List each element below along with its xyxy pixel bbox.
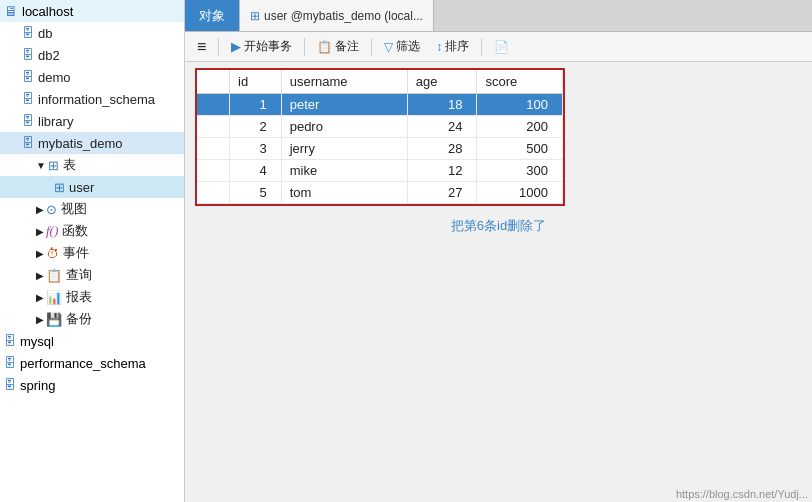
sidebar-label-information-schema: information_schema <box>38 92 155 107</box>
divider-2 <box>304 38 305 56</box>
cell-age: 18 <box>407 94 477 116</box>
row-indicator: ▶ <box>197 94 230 116</box>
data-table: id username age score ▶1peter181002pedro… <box>197 70 563 204</box>
tab-objects[interactable]: 对象 <box>185 0 240 31</box>
database-icon-spring: 🗄 <box>4 378 16 392</box>
sidebar-label-mybatis-demo: mybatis_demo <box>38 136 123 151</box>
col-header-username: username <box>281 70 407 94</box>
sidebar-label-funcs: 函数 <box>62 222 88 240</box>
backup-icon: 💾 <box>46 312 62 327</box>
query-icon: 📋 <box>46 268 62 283</box>
database-icon-perf: 🗄 <box>4 356 16 370</box>
sidebar-item-views[interactable]: ▶ ⊙ 视图 <box>0 198 184 220</box>
database-icon-3: 🗄 <box>22 70 34 84</box>
sidebar-item-perf-schema[interactable]: 🗄 performance_schema <box>0 352 184 374</box>
table-row[interactable]: 5tom271000 <box>197 182 563 204</box>
row-indicator <box>197 160 230 182</box>
extra-icon: 📄 <box>494 40 509 54</box>
row-indicator-header <box>197 70 230 94</box>
cell-id: 4 <box>230 160 282 182</box>
sidebar-label-library: library <box>38 114 73 129</box>
table-row[interactable]: 4mike12300 <box>197 160 563 182</box>
divider-3 <box>371 38 372 56</box>
sidebar-item-reports[interactable]: ▶ 📊 报表 <box>0 286 184 308</box>
sidebar-label-demo: demo <box>38 70 71 85</box>
sidebar-item-tables-group[interactable]: ▼ ⊞ 表 <box>0 154 184 176</box>
backup-label: 备注 <box>335 38 359 55</box>
sidebar-item-funcs[interactable]: ▶ f() 函数 <box>0 220 184 242</box>
menu-button[interactable]: ≡ <box>191 36 212 58</box>
cell-username: peter <box>281 94 407 116</box>
cell-id: 3 <box>230 138 282 160</box>
transaction-icon: ▶ <box>231 39 241 54</box>
col-header-age: age <box>407 70 477 94</box>
row-indicator <box>197 138 230 160</box>
arrow-indicator: ▶ <box>205 97 215 112</box>
cell-score: 300 <box>477 160 563 182</box>
cell-username: pedro <box>281 116 407 138</box>
main-area: 对象 ⊞ user @mybatis_demo (local... ≡ ▶ 开始… <box>185 0 812 502</box>
sidebar-label-perf-schema: performance_schema <box>20 356 146 371</box>
backup-button[interactable]: 📋 备注 <box>311 36 365 57</box>
cell-username: mike <box>281 160 407 182</box>
database-active-icon: 🗄 <box>22 136 34 150</box>
sidebar-item-mysql[interactable]: 🗄 mysql <box>0 330 184 352</box>
sidebar-item-spring[interactable]: 🗄 spring <box>0 374 184 396</box>
cell-score: 1000 <box>477 182 563 204</box>
cell-age: 28 <box>407 138 477 160</box>
sidebar-item-db2[interactable]: 🗄 db2 <box>0 44 184 66</box>
filter-button[interactable]: ▽ 筛选 <box>378 36 426 57</box>
tab-bar: 对象 ⊞ user @mybatis_demo (local... <box>185 0 812 32</box>
sidebar-item-localhost[interactable]: 🖥 localhost <box>0 0 184 22</box>
cell-score: 500 <box>477 138 563 160</box>
sidebar-item-events[interactable]: ▶ ⏱ 事件 <box>0 242 184 264</box>
sidebar-label-backup: 备份 <box>66 310 92 328</box>
view-icon: ⊙ <box>46 202 57 217</box>
sidebar-item-demo[interactable]: 🗄 demo <box>0 66 184 88</box>
data-table-wrapper: id username age score ▶1peter181002pedro… <box>195 68 565 206</box>
sidebar-item-library[interactable]: 🗄 library <box>0 110 184 132</box>
cell-id: 1 <box>230 94 282 116</box>
sidebar-item-user-table[interactable]: ⊞ user <box>0 176 184 198</box>
filter-label: 筛选 <box>396 38 420 55</box>
event-icon: ⏱ <box>46 246 59 261</box>
row-indicator <box>197 182 230 204</box>
sidebar-item-backup[interactable]: ▶ 💾 备份 <box>0 308 184 330</box>
cell-id: 2 <box>230 116 282 138</box>
sidebar-item-db[interactable]: 🗄 db <box>0 22 184 44</box>
sidebar-item-information-schema[interactable]: 🗄 information_schema <box>0 88 184 110</box>
table-row[interactable]: 2pedro24200 <box>197 116 563 138</box>
cell-id: 5 <box>230 182 282 204</box>
sidebar-label-user: user <box>69 180 94 195</box>
col-header-id: id <box>230 70 282 94</box>
sidebar-label-queries: 查询 <box>66 266 92 284</box>
sidebar: 🖥 localhost 🗄 db 🗄 db2 🗄 demo 🗄 informat… <box>0 0 185 502</box>
table-row[interactable]: 3jerry28500 <box>197 138 563 160</box>
tab-user-table[interactable]: ⊞ user @mybatis_demo (local... <box>240 0 434 31</box>
watermark: https://blog.csdn.net/Yudj... <box>676 488 808 500</box>
extra-button[interactable]: 📄 <box>488 38 515 56</box>
database-icon-mysql: 🗄 <box>4 334 16 348</box>
cell-age: 27 <box>407 182 477 204</box>
cell-username: tom <box>281 182 407 204</box>
cell-username: jerry <box>281 138 407 160</box>
sidebar-label-localhost: localhost <box>22 4 73 19</box>
sidebar-label-reports: 报表 <box>66 288 92 306</box>
table-folder-icon: ⊞ <box>48 158 59 173</box>
sort-label: 排序 <box>445 38 469 55</box>
server-icon: 🖥 <box>4 3 18 19</box>
cell-age: 24 <box>407 116 477 138</box>
chevron-down-icon: ▼ <box>36 160 46 171</box>
sidebar-label-tables: 表 <box>63 156 76 174</box>
sort-button[interactable]: ↕ 排序 <box>430 36 475 57</box>
sidebar-item-mybatis-demo[interactable]: 🗄 mybatis_demo <box>0 132 184 154</box>
table-row[interactable]: ▶1peter18100 <box>197 94 563 116</box>
func-icon: f() <box>46 223 58 239</box>
cell-age: 12 <box>407 160 477 182</box>
begin-transaction-button[interactable]: ▶ 开始事务 <box>225 36 298 57</box>
sidebar-label-events: 事件 <box>63 244 89 262</box>
col-header-score: score <box>477 70 563 94</box>
sidebar-label-spring: spring <box>20 378 55 393</box>
divider-1 <box>218 38 219 56</box>
sidebar-item-queries[interactable]: ▶ 📋 查询 <box>0 264 184 286</box>
